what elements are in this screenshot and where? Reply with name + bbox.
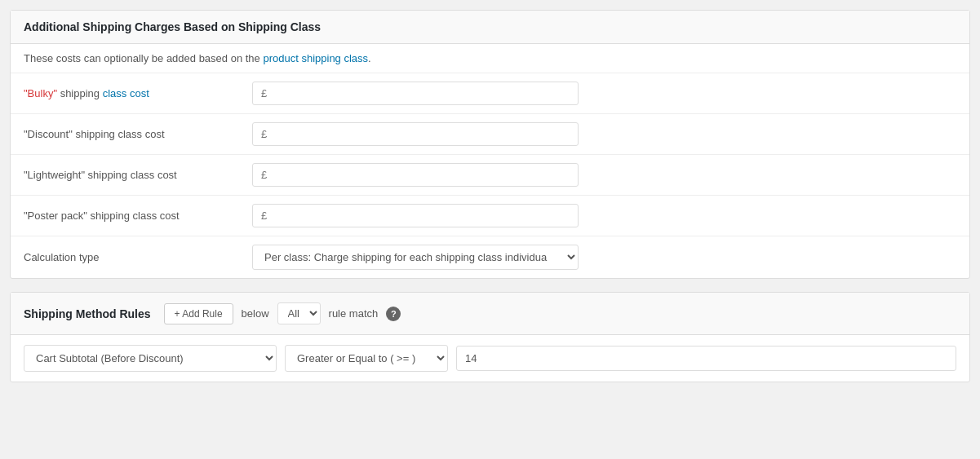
lightweight-label-text: "Lightweight" shipping class cost <box>24 169 177 181</box>
additional-charges-section: Additional Shipping Charges Based on Shi… <box>10 10 970 279</box>
bulky-label-prefix: "Bulky" <box>24 87 57 99</box>
lightweight-row: "Lightweight" shipping class cost <box>11 155 969 196</box>
calculation-type-select[interactable]: Per class: Charge shipping for each ship… <box>252 245 579 270</box>
poster-pack-label: "Poster pack" shipping class cost <box>24 210 252 222</box>
bulky-row: "Bulky" shipping class cost <box>11 73 969 114</box>
rules-header: Shipping Method Rules + Add Rule below A… <box>11 293 969 335</box>
poster-pack-input-wrapper <box>252 204 579 227</box>
additional-charges-title: Additional Shipping Charges Based on Shi… <box>11 11 969 44</box>
calculation-type-label: Calculation type <box>24 251 252 263</box>
cart-subtotal-select[interactable]: Cart Subtotal (Before Discount) <box>24 345 277 372</box>
poster-pack-cost-input[interactable] <box>252 204 579 227</box>
discount-label-text: "Discount" shipping class cost <box>24 128 165 140</box>
bulky-input-wrapper <box>252 82 579 105</box>
discount-label: "Discount" shipping class cost <box>24 128 252 140</box>
discount-row: "Discount" shipping class cost <box>11 114 969 155</box>
product-shipping-class-link[interactable]: product shipping class <box>263 52 368 64</box>
info-text-before: These costs can optionally be added base… <box>24 52 263 64</box>
rules-section-title: Shipping Method Rules <box>24 307 151 320</box>
bulky-label-middle: shipping <box>57 87 103 99</box>
info-row: These costs can optionally be added base… <box>11 44 969 73</box>
calculation-type-label-text: Calculation type <box>24 251 100 263</box>
calculation-type-input-wrapper: Per class: Charge shipping for each ship… <box>252 245 579 270</box>
condition-select[interactable]: Greater or Equal to ( >= ) <box>285 345 448 372</box>
add-rule-button[interactable]: + Add Rule <box>164 303 233 324</box>
below-text: below <box>242 307 269 320</box>
bulky-label: "Bulky" shipping class cost <box>24 87 252 99</box>
bulky-label-suffix: class cost <box>103 87 149 99</box>
poster-pack-row: "Poster pack" shipping class cost <box>11 196 969 236</box>
rule-match-text: rule match <box>329 307 379 320</box>
lightweight-cost-input[interactable] <box>252 163 579 187</box>
calculation-type-row: Calculation type Per class: Charge shipp… <box>11 236 969 278</box>
poster-pack-label-text: "Poster pack" shipping class cost <box>24 210 180 222</box>
lightweight-label: "Lightweight" shipping class cost <box>24 169 252 181</box>
help-icon[interactable]: ? <box>386 307 401 321</box>
discount-input-wrapper <box>252 122 579 146</box>
discount-cost-input[interactable] <box>252 122 579 146</box>
lightweight-input-wrapper <box>252 163 579 187</box>
shipping-method-rules-section: Shipping Method Rules + Add Rule below A… <box>10 292 970 382</box>
bulky-cost-input[interactable] <box>252 82 579 105</box>
rule-value-input[interactable] <box>456 346 956 371</box>
rule-row: Cart Subtotal (Before Discount) Greater … <box>11 335 969 382</box>
info-text-after: . <box>368 52 371 64</box>
all-rules-select[interactable]: All <box>277 302 321 324</box>
